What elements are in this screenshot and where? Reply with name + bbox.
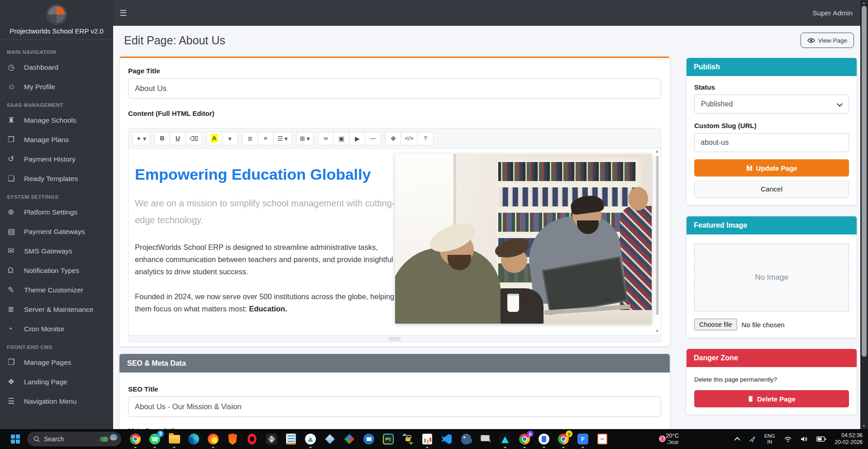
- horizontal-rule-button[interactable]: —: [365, 132, 381, 145]
- seo-card: SEO & Meta Data SEO Title Meta Descripti…: [119, 354, 670, 429]
- eye-icon: [807, 38, 815, 43]
- help-button[interactable]: ?: [418, 132, 434, 145]
- sidebar-item-notification-types[interactable]: Ω Notification Types: [0, 261, 113, 280]
- teamviewer-icon[interactable]: [363, 433, 375, 445]
- video-button[interactable]: ▶: [349, 132, 365, 145]
- battery-icon[interactable]: [816, 436, 826, 442]
- pycharm-icon[interactable]: PC: [382, 433, 394, 445]
- paragraph-align-button[interactable]: ☰ ▾: [274, 132, 292, 145]
- custom-slug-input[interactable]: [694, 133, 849, 152]
- color-cube-icon[interactable]: [343, 433, 355, 445]
- image-editor-icon[interactable]: [421, 433, 433, 445]
- start-button[interactable]: [11, 435, 20, 444]
- credit-card-icon: ▤: [8, 227, 24, 236]
- sidebar-item-manage-schools[interactable]: ♜ Manage Schools: [0, 110, 113, 130]
- table-button[interactable]: ⊞ ▾: [296, 132, 314, 145]
- photos-icon[interactable]: [266, 433, 277, 445]
- chrome-profile-p-icon[interactable]: p: [519, 433, 530, 445]
- sidebar-item-label: Cron Monitor: [24, 325, 65, 333]
- dark-a-app-icon[interactable]: [499, 433, 511, 445]
- sidebar-item-payment-gateways[interactable]: ▤ Payment Gateways: [0, 222, 113, 241]
- port-door-icon[interactable]: [538, 433, 550, 445]
- content-area: Edit Page: About Us View Page Page Title…: [113, 26, 860, 429]
- sidebar-item-label: Manage Plans: [24, 136, 69, 144]
- winscp-icon[interactable]: [402, 433, 414, 445]
- sidebar-item-ready-templates[interactable]: ❏ Ready Templates: [0, 169, 113, 188]
- sidebar-item-dashboard[interactable]: ◷ Dashboard: [0, 57, 113, 77]
- wifi-icon[interactable]: [784, 436, 792, 442]
- danger-zone-text: Delete this page permanently?: [694, 376, 849, 383]
- sidebar-item-label: Landing Page: [24, 378, 67, 386]
- file-explorer-icon[interactable]: [168, 433, 180, 445]
- sidebar-item-landing-page[interactable]: ❖ Landing Page: [0, 372, 113, 392]
- bold-button[interactable]: B: [154, 132, 170, 145]
- postgresql-icon[interactable]: [460, 433, 472, 445]
- topbar-user-link[interactable]: Super Admin: [812, 9, 853, 17]
- font-color-caret-button[interactable]: ▾: [222, 132, 238, 145]
- firefox-icon[interactable]: [207, 433, 219, 445]
- sidebar-item-manage-pages[interactable]: ❐ Manage Pages: [0, 353, 113, 372]
- font-color-button[interactable]: A: [206, 132, 222, 145]
- no-file-chosen-text: No file chosen: [742, 321, 785, 329]
- sidebar-item-label: Notification Types: [24, 267, 79, 275]
- editor-resize-statusbar[interactable]: [129, 335, 661, 342]
- page-title-input[interactable]: [128, 78, 661, 99]
- picture-button[interactable]: ▣: [334, 132, 349, 145]
- volume-icon[interactable]: [801, 436, 808, 442]
- style-magic-button[interactable]: ✦ ▾: [132, 132, 150, 145]
- brave-icon[interactable]: [227, 433, 238, 445]
- editor-scrollbar[interactable]: [654, 149, 660, 333]
- app-a-icon[interactable]: [305, 433, 316, 445]
- status-select[interactable]: Published: [694, 95, 849, 114]
- chrome-profile-y-icon[interactable]: y: [558, 433, 569, 445]
- app-logo-icon: [47, 5, 66, 24]
- sidebar-item-sms-gateways[interactable]: ✉ SMS Gateways: [0, 241, 113, 261]
- whatsapp-icon[interactable]: 9: [149, 433, 161, 445]
- update-page-button[interactable]: Update Page: [694, 159, 849, 177]
- view-page-button[interactable]: View Page: [801, 33, 854, 48]
- sidebar-item-payment-history[interactable]: ↺ Payment History: [0, 149, 113, 169]
- language-indicator[interactable]: ENG IN: [764, 433, 775, 445]
- chrome-icon[interactable]: [129, 433, 141, 445]
- fullscreen-button[interactable]: ✥: [385, 132, 401, 145]
- snipping-tool-icon[interactable]: [596, 433, 608, 445]
- code-view-button[interactable]: </>: [401, 132, 418, 145]
- clear-format-eraser-button[interactable]: ⌫: [186, 132, 202, 145]
- bell-icon: Ω: [8, 266, 24, 275]
- delete-page-button[interactable]: Delete Page: [694, 390, 849, 407]
- tray-chevron-up-icon[interactable]: [736, 437, 740, 441]
- page-scrollbar[interactable]: [860, 0, 868, 429]
- unordered-list-button[interactable]: ≣: [242, 132, 258, 145]
- editor-scrollbar-thumb[interactable]: [656, 156, 659, 315]
- vscode-icon[interactable]: [441, 433, 453, 445]
- sidebar-item-server-maintenance[interactable]: ≣ Server & Maintenance: [0, 300, 113, 319]
- editor-editing-area[interactable]: Empowering Education Globally We are on …: [129, 148, 661, 335]
- taskbar-search[interactable]: Search: [27, 432, 121, 446]
- underline-button[interactable]: U: [170, 132, 186, 145]
- sidebar-item-my-profile[interactable]: ☺ My Profile: [0, 77, 113, 96]
- remote-desktop-icon[interactable]: [480, 433, 491, 445]
- sidebar-item-theme-customizer[interactable]: ✎ Theme Customizer: [0, 280, 113, 300]
- page-header: Edit Page: About Us View Page: [113, 26, 860, 57]
- seo-title-input[interactable]: [128, 396, 661, 417]
- choose-file-button[interactable]: Choose file: [694, 319, 737, 330]
- format-factory-icon[interactable]: F: [577, 433, 589, 445]
- link-button[interactable]: ∞: [318, 132, 334, 145]
- sidebar-item-navigation-menu[interactable]: ☰ Navigation Menu: [0, 392, 113, 411]
- sidebar-item-cron-monitor[interactable]: ◔ Cron Monitor: [0, 319, 113, 339]
- taskbar-clock[interactable]: 04:52:36 20-02-2026: [835, 432, 863, 446]
- html-editor: ✦ ▾ B U ⌫ A ▾ ≣ ≡ ☰ ▾: [128, 128, 661, 342]
- sidebar-item-manage-plans[interactable]: ❒ Manage Plans: [0, 130, 113, 149]
- hamburger-menu-icon[interactable]: ☰: [119, 8, 127, 18]
- taskbar-weather-widget[interactable]: 1 20°C Clear: [662, 432, 679, 446]
- edge-icon[interactable]: [188, 433, 200, 445]
- tray-cursor-icon[interactable]: [749, 435, 756, 443]
- cancel-button[interactable]: Cancel: [694, 181, 849, 198]
- notepad-plus-icon[interactable]: [285, 433, 297, 445]
- page-scrollbar-thumb[interactable]: [862, 6, 867, 357]
- brand-link[interactable]: Projectworlds School ERP v2.0: [0, 0, 113, 40]
- virtualbox-icon[interactable]: [324, 433, 336, 445]
- ordered-list-button[interactable]: ≡: [258, 132, 274, 145]
- sidebar-item-platform-settings[interactable]: ⊕ Platform Settings: [0, 202, 113, 222]
- opera-icon[interactable]: [246, 433, 258, 445]
